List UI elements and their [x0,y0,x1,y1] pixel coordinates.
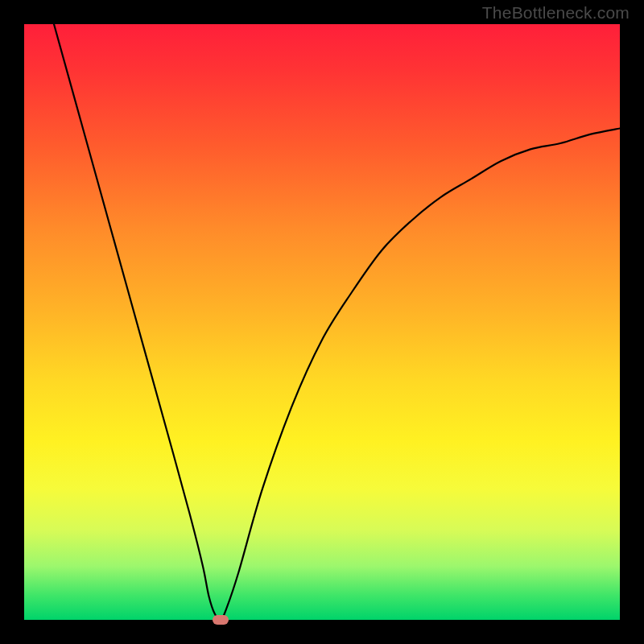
bottleneck-curve [24,24,620,620]
watermark-text: TheBottleneck.com [482,3,630,23]
plot-area [24,24,620,620]
chart-frame: TheBottleneck.com [0,0,644,644]
min-marker [213,615,229,625]
